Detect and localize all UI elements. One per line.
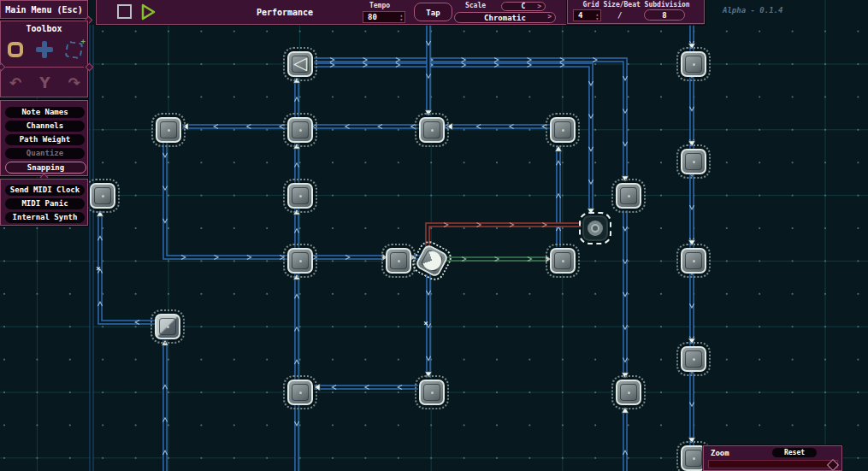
node-center-dot xyxy=(693,358,695,361)
graph-node-plain[interactable] xyxy=(550,248,576,274)
toggle-note-names[interactable]: Note Names xyxy=(5,107,85,118)
tempo-spinner[interactable]: ▴ ▾ xyxy=(399,13,403,21)
toggle-snapping[interactable]: Snapping xyxy=(5,162,86,174)
grid-divider: / xyxy=(617,11,622,20)
node-center-dot xyxy=(562,129,564,132)
node-center-dot xyxy=(431,129,434,132)
graph-node-plain[interactable] xyxy=(287,117,313,143)
merge-tool-icon[interactable]: Y xyxy=(34,73,55,93)
node-center-dot xyxy=(168,129,170,132)
toggle-quantize[interactable]: Quantize xyxy=(5,148,85,159)
midi-panic-button[interactable]: MIDI Panic xyxy=(5,198,85,209)
graph-node-plain[interactable] xyxy=(287,183,313,209)
send-midi-clock-button[interactable]: Send MIDI Clock xyxy=(5,185,85,196)
undo-tool-icon[interactable]: ↶ xyxy=(5,73,26,93)
graph-node-plain[interactable] xyxy=(681,248,706,274)
view-toggles-panel: Note Names Channels Path Weight Quantize… xyxy=(0,100,88,176)
grid-settings-label: Grid Size/Beat Subdivision xyxy=(568,1,705,9)
redo-tool-icon[interactable]: ↷ xyxy=(64,73,85,93)
stop-button[interactable] xyxy=(117,4,132,19)
select-tool-icon[interactable] xyxy=(5,39,26,60)
zoom-slider-track[interactable] xyxy=(708,460,838,468)
tempo-input[interactable]: 80 ▴ ▾ xyxy=(363,11,405,23)
zoom-panel: Zoom Reset xyxy=(703,445,842,471)
toggle-path-weight[interactable]: Path Weight xyxy=(5,134,85,145)
node-center-dot xyxy=(102,195,104,197)
graph-node-note[interactable] xyxy=(155,314,180,339)
node-center-dot xyxy=(593,226,598,231)
node-center-dot xyxy=(299,260,302,262)
grid-size-input[interactable]: 4 ▴ ▾ xyxy=(573,9,601,21)
divider-notch xyxy=(0,63,5,72)
scale-mode-dropdown[interactable]: Chromatic > xyxy=(454,12,556,23)
graph-node-plain[interactable] xyxy=(616,380,641,405)
spin-down-icon[interactable]: ▾ xyxy=(399,17,403,21)
graph-node-plain[interactable] xyxy=(419,380,445,405)
node-center-dot xyxy=(628,195,630,197)
graph-node-plain[interactable] xyxy=(681,51,706,77)
start-triangle-icon: ◁ xyxy=(289,53,311,75)
tempo-label: Tempo xyxy=(354,2,405,9)
zoom-reset-button[interactable]: Reset xyxy=(772,448,817,457)
path-waypoint-marker[interactable]: × xyxy=(96,264,100,273)
graph-node-plain[interactable] xyxy=(386,248,411,274)
song-title: Performance xyxy=(199,8,370,17)
node-center-dot xyxy=(693,260,695,262)
scale-root-dropdown[interactable]: C > xyxy=(501,2,546,11)
graph-node-plain[interactable] xyxy=(287,248,313,274)
node-center-dot xyxy=(398,260,400,262)
graph-node-plain[interactable] xyxy=(287,380,313,405)
move-tool-icon[interactable] xyxy=(34,39,55,60)
node-center-dot xyxy=(299,129,302,132)
toolbox-panel: Toolbox + ↶ Y ↷ xyxy=(0,21,88,97)
tap-tempo-button[interactable]: Tap xyxy=(414,3,452,21)
spin-down-icon[interactable]: ▾ xyxy=(595,16,599,21)
grid-settings-group: Grid Size/Beat Subdivision 4 ▴ ▾ / 8 xyxy=(567,0,705,24)
node-center-dot xyxy=(299,392,302,394)
node-center-dot xyxy=(562,260,564,262)
main-menu-button[interactable]: Main Menu (Esc) xyxy=(0,0,88,19)
graph-node-plain[interactable] xyxy=(550,117,576,143)
play-icon xyxy=(141,3,156,21)
grid-size-spinner[interactable]: ▴ ▾ xyxy=(595,12,599,21)
toggle-channels[interactable]: Channels xyxy=(5,121,85,132)
node-center-dot xyxy=(167,326,169,328)
graph-node-start[interactable]: ◁ xyxy=(287,51,313,77)
toolbox-title: Toolbox xyxy=(1,24,87,33)
node-center-dot xyxy=(693,457,695,460)
play-button[interactable] xyxy=(141,3,156,24)
node-graph-canvas[interactable]: ◁×× xyxy=(0,0,868,471)
node-center-dot xyxy=(628,392,630,394)
internal-synth-button[interactable]: Internal Synth xyxy=(5,212,85,223)
playhead-pie-icon xyxy=(419,248,445,274)
chevron-right-icon: > xyxy=(547,13,552,21)
graph-node-plain[interactable] xyxy=(156,117,181,143)
node-center-dot xyxy=(431,392,434,394)
node-center-dot xyxy=(299,195,302,197)
node-center-dot xyxy=(693,63,695,66)
node-center-dot xyxy=(693,161,695,163)
chevron-right-icon: > xyxy=(537,3,541,10)
toolbox-divider xyxy=(4,67,84,68)
zoom-label: Zoom xyxy=(711,449,729,457)
graph-node-plain[interactable] xyxy=(681,346,706,372)
graph-node-plain[interactable] xyxy=(90,183,115,209)
midi-actions-panel: Send MIDI Clock MIDI Panic Internal Synt… xyxy=(0,179,88,226)
version-label: Alpha - 0.1.4 xyxy=(723,6,782,15)
path-waypoint-marker[interactable]: × xyxy=(423,319,428,327)
transport-bar: Performance Tempo 80 ▴ ▾ Tap Scale C > C… xyxy=(96,0,705,25)
beat-subdivision-dropdown[interactable]: 8 xyxy=(644,9,685,21)
clone-tool-icon[interactable]: + xyxy=(64,39,85,60)
graph-node-plain[interactable] xyxy=(681,149,706,174)
graph-node-circle-selected[interactable] xyxy=(582,215,608,241)
graph-node-plain[interactable] xyxy=(616,183,641,209)
graph-node-plain[interactable] xyxy=(419,117,445,143)
scale-label: Scale xyxy=(450,2,501,9)
plus-icon: + xyxy=(80,37,85,45)
